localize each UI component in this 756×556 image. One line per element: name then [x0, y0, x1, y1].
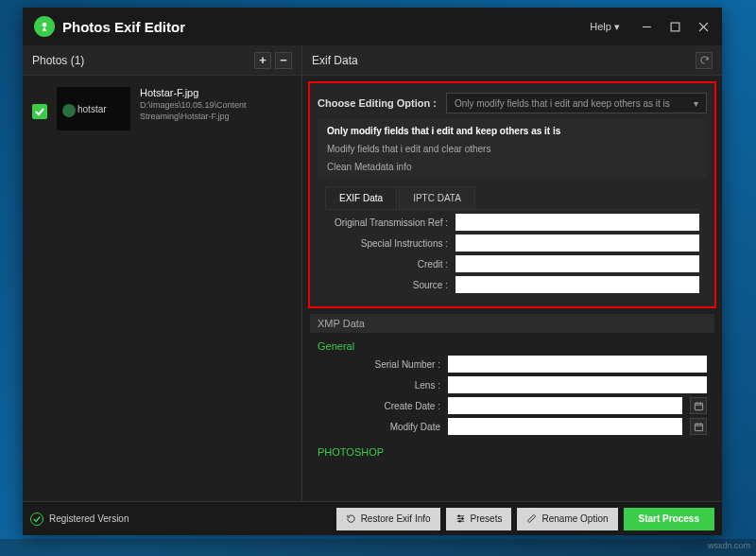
editing-option-label: Choose Editing Option :	[318, 97, 437, 109]
special-instructions-input[interactable]	[455, 235, 699, 252]
photoshop-subheader: PHOTOSHOP	[310, 439, 714, 461]
registered-label: Registered Version	[49, 513, 129, 524]
field-label: Original Transmission Ref :	[325, 217, 448, 228]
dropdown-option[interactable]: Clean Metadata info	[318, 158, 707, 176]
photo-thumbnail: hotstar	[57, 87, 130, 130]
restore-exif-button[interactable]: Restore Exif Info	[336, 508, 440, 530]
field-label: Credit :	[325, 259, 448, 269]
minimize-button[interactable]	[635, 15, 658, 38]
dropdown-option[interactable]: Modify fields that i edit and clear othe…	[318, 140, 707, 158]
svg-rect-5	[695, 403, 702, 409]
exif-panel-title: Exif Data	[312, 54, 696, 67]
photos-panel-title: Photos (1)	[32, 54, 250, 67]
field-label: Modify Date	[318, 422, 440, 432]
titlebar: Photos Exif Editor Help ▾	[23, 8, 722, 45]
photos-panel: Photos (1) + − hotstar Hotstar-F.jpg D:\…	[23, 45, 302, 501]
field-label: Serial Number :	[318, 359, 440, 370]
svg-point-16	[457, 515, 459, 517]
modify-date-input[interactable]	[448, 418, 682, 435]
svg-point-0	[43, 23, 47, 27]
help-menu[interactable]: Help ▾	[590, 21, 620, 33]
svg-rect-2	[671, 23, 679, 31]
rename-option-button[interactable]: Rename Option	[517, 508, 617, 530]
editing-option-highlight: Choose Editing Option : Only modify fiel…	[308, 81, 716, 308]
photo-checkbox[interactable]	[32, 104, 47, 119]
editing-option-dropdown[interactable]: Only modify fields that i edit and keep …	[446, 93, 707, 113]
svg-point-17	[461, 518, 463, 520]
svg-point-18	[458, 520, 460, 522]
bottom-toolbar: Registered Version Restore Exif Info Pre…	[23, 501, 722, 535]
photo-list-item[interactable]: hotstar Hotstar-F.jpg D:\Images\10.05.19…	[23, 76, 301, 142]
photo-filename: Hotstar-F.jpg	[140, 87, 292, 98]
field-label: Special Instructions :	[325, 238, 448, 249]
presets-button[interactable]: Presets	[446, 508, 512, 530]
app-title: Photos Exif Editor	[62, 19, 590, 35]
registered-badge-icon	[30, 513, 43, 526]
photo-filepath: D:\Images\10.05.19\Content Streaming\Hot…	[140, 100, 292, 122]
exif-panel: Exif Data Choose Editing Option : Only m…	[302, 45, 722, 501]
calendar-icon[interactable]	[690, 397, 707, 414]
lens-input[interactable]	[448, 376, 707, 393]
tab-exif-data[interactable]: EXIF Data	[325, 186, 397, 209]
editing-option-menu: Only modify fields that i edit and keep …	[318, 119, 707, 179]
add-photo-button[interactable]: +	[254, 52, 271, 69]
field-label: Lens :	[318, 380, 440, 391]
start-process-button[interactable]: Start Process	[624, 508, 714, 530]
create-date-input[interactable]	[448, 397, 682, 414]
remove-photo-button[interactable]: −	[275, 52, 292, 69]
serial-number-input[interactable]	[448, 356, 707, 373]
chevron-down-icon: ▾	[694, 98, 698, 109]
dropdown-option[interactable]: Only modify fields that i edit and keep …	[318, 122, 707, 140]
svg-rect-9	[695, 424, 702, 430]
calendar-icon[interactable]	[690, 418, 707, 435]
tab-iptc-data[interactable]: IPTC DATA	[399, 186, 475, 209]
source-input[interactable]	[455, 276, 699, 293]
general-subheader: General	[310, 333, 714, 356]
credit-input[interactable]	[455, 255, 699, 272]
close-button[interactable]	[692, 15, 714, 38]
app-window: Photos Exif Editor Help ▾ Photos (1) + −…	[23, 8, 722, 535]
field-label: Create Date :	[318, 401, 440, 411]
xmp-section-header: XMP Data	[310, 314, 714, 333]
maximize-button[interactable]	[663, 15, 686, 38]
refresh-button[interactable]	[696, 52, 713, 69]
app-logo-icon	[34, 16, 55, 37]
field-label: Source :	[325, 280, 448, 290]
desktop-taskbar	[0, 539, 756, 556]
original-transmission-ref-input[interactable]	[455, 214, 699, 231]
